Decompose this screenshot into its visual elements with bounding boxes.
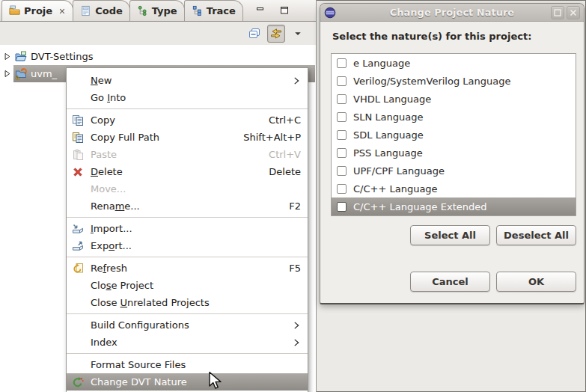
tab-trace[interactable]: Trace — [184, 0, 243, 21]
refresh-icon — [72, 263, 87, 275]
menu-item-copy[interactable]: CopyCtrl+C — [67, 111, 308, 129]
menu-item-delete[interactable]: DeleteDelete — [67, 163, 308, 180]
menu-item-label: Close Project — [91, 280, 153, 291]
checkbox[interactable] — [337, 202, 347, 212]
checkbox[interactable] — [337, 76, 347, 86]
nature-row-vhdl-language[interactable]: VHDL Language — [332, 90, 576, 108]
menu-item-format-source-files[interactable]: Format Source Files — [67, 356, 308, 373]
ok-button[interactable]: OK — [496, 272, 576, 292]
cancel-button[interactable]: Cancel — [410, 272, 490, 292]
nature-row-sdl-language[interactable]: SDL Language — [332, 126, 576, 144]
menu-item-build-configurations[interactable]: Build Configurations — [67, 316, 308, 334]
minimize-button[interactable] — [253, 3, 268, 18]
menu-item-go-into[interactable]: Go Into — [67, 89, 308, 106]
tab-type[interactable]: Type — [129, 0, 185, 21]
dialog-maximize-button[interactable] — [551, 6, 564, 19]
menu-item-label: New — [91, 75, 112, 86]
nature-row-e-language[interactable]: e Language — [332, 54, 576, 72]
paste-icon — [72, 149, 87, 161]
checkbox[interactable] — [337, 94, 347, 104]
menu-separator — [67, 215, 308, 220]
menu-separator — [67, 254, 308, 260]
menu-item-close-unrelated-projects[interactable]: Close Unrelated Projects — [67, 294, 308, 311]
checkbox[interactable] — [337, 112, 347, 122]
nature-label: e Language — [353, 58, 410, 69]
view-menu-button[interactable] — [289, 25, 307, 43]
menu-item-index[interactable]: Index — [67, 334, 308, 351]
change-project-nature-dialog: Change Project Nature Select the nature(… — [320, 3, 585, 304]
menu-item-rename[interactable]: Rename...F2 — [67, 197, 308, 215]
tree-item-dvt-settings[interactable]: DVT-Settings — [0, 48, 315, 65]
menu-item-close-project[interactable]: Close Project — [67, 277, 308, 294]
tab-close-icon[interactable] — [58, 7, 66, 15]
nature-label: C/C++ Language Extended — [353, 201, 486, 212]
menu-item-shortcut: F5 — [289, 263, 301, 274]
menu-item-shortcut: F2 — [289, 200, 301, 212]
checkbox[interactable] — [337, 130, 347, 140]
menu-item-label: Move... — [91, 183, 126, 195]
nature-row-c-c-language-extended[interactable]: C/C++ Language Extended — [332, 197, 576, 215]
menu-icon-placeholder — [72, 92, 87, 104]
menu-item-export[interactable]: Export... — [67, 237, 308, 254]
dialog-prompt: Select the nature(s) for this project: — [332, 31, 531, 42]
minimize-icon — [254, 4, 266, 16]
menu-item-new[interactable]: New — [67, 72, 308, 89]
menu-item-change-dvt-nature[interactable]: Change DVT Nature — [67, 373, 308, 391]
menu-item-shortcut: Ctrl+V — [269, 149, 301, 160]
maximize-button[interactable] — [277, 3, 292, 18]
menu-separator — [67, 351, 308, 356]
nature-row-sln-language[interactable]: SLN Language — [332, 108, 576, 126]
collapse-all-button[interactable] — [245, 25, 263, 43]
view-toolbar — [0, 22, 316, 45]
tab-code[interactable]: Code — [73, 0, 130, 21]
dialog-titlebar[interactable]: Change Project Nature — [320, 4, 584, 22]
nature-row-verilog-systemverilog-language[interactable]: Verilog/SystemVerilog Language — [332, 72, 576, 90]
expand-arrow-icon[interactable] — [0, 52, 13, 61]
nature-row-pss-language[interactable]: PSS Language — [332, 144, 576, 162]
menu-item-label: Import... — [91, 223, 132, 234]
dialog-close-button[interactable] — [567, 6, 580, 19]
menu-item-label: Index — [91, 337, 117, 348]
tab-proje[interactable]: Proje — [1, 0, 73, 21]
menu-item-label: Go Into — [91, 92, 126, 103]
menu-item-copy-full-path[interactable]: Copy Full PathShift+Alt+P — [67, 129, 308, 146]
checkbox[interactable] — [337, 148, 347, 158]
menu-item-shortcut: Ctrl+C — [269, 114, 301, 126]
tab-label: Trace — [207, 5, 236, 16]
nature-label: C/C++ Language — [353, 183, 438, 195]
tab-label: Proje — [24, 5, 52, 16]
menu-item-shortcut: Delete — [269, 166, 301, 177]
menu-separator — [67, 311, 308, 316]
nature-label: Verilog/SystemVerilog Language — [353, 76, 510, 87]
submenu-arrow-icon — [292, 76, 301, 85]
workbench: ProjeCodeTypeTrace DVT-Settingsuvm_ NewG… — [0, 0, 586, 392]
dialog-title: Change Project Nature — [320, 7, 584, 18]
menu-item-refresh[interactable]: RefreshF5 — [67, 260, 308, 277]
checkbox[interactable] — [337, 58, 347, 68]
menu-icon-placeholder — [72, 337, 87, 349]
nature-list: e LanguageVerilog/SystemVerilog Language… — [331, 53, 576, 216]
panel-window-buttons — [253, 3, 292, 18]
nature-row-c-c-language[interactable]: C/C++ Language — [332, 180, 576, 197]
menu-item-move[interactable]: Move... — [67, 180, 308, 197]
link-with-editor-button[interactable] — [267, 25, 285, 43]
link-with-editor-icon — [270, 28, 282, 40]
menu-item-import[interactable]: Import... — [67, 220, 308, 237]
menu-item-label: Close Unrelated Projects — [91, 297, 210, 308]
eclipse-icon — [324, 7, 336, 19]
change-nature-icon — [72, 376, 87, 388]
menu-item-label: Delete — [91, 166, 123, 177]
nature-row-upf-cpf-language[interactable]: UPF/CPF Language — [332, 162, 576, 180]
project-context-menu: NewGo IntoCopyCtrl+CCopy Full PathShift+… — [66, 67, 308, 392]
nature-label: UPF/CPF Language — [353, 165, 445, 177]
menu-icon-placeholder — [72, 319, 87, 331]
checkbox[interactable] — [337, 184, 347, 194]
mouse-cursor-icon — [207, 371, 224, 392]
collapse-all-icon — [248, 28, 260, 40]
deselect-all-button[interactable]: Deselect All — [496, 225, 576, 245]
menu-item-paste[interactable]: PasteCtrl+V — [67, 146, 308, 163]
select-all-button[interactable]: Select All — [410, 225, 490, 245]
delete-icon — [72, 166, 87, 178]
expand-arrow-icon[interactable] — [0, 69, 13, 79]
checkbox[interactable] — [337, 166, 347, 176]
